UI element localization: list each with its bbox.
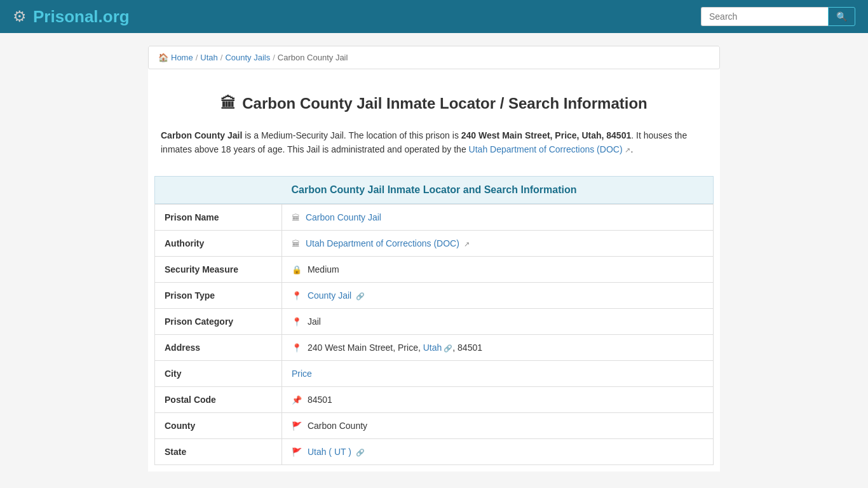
address-icon: 📍 — [292, 343, 302, 353]
state-icon: 🚩 — [292, 447, 302, 457]
table-row: Prison Name 🏛 Carbon County Jail — [155, 204, 714, 230]
breadcrumb-current: Carbon County Jail — [278, 53, 348, 62]
search-input[interactable] — [701, 7, 828, 26]
row-value-address: 📍 240 West Main Street, Price, Utah🔗, 84… — [282, 334, 714, 360]
breadcrumb-bar: 🏠 Home / Utah / County Jails / Carbon Co… — [148, 46, 720, 69]
prison-category-value: Jail — [308, 316, 321, 327]
address-bold: 240 West Main Street, Price, Utah, 84501 — [461, 130, 631, 140]
search-icon: 🔍 — [836, 11, 847, 22]
row-label-state: State — [155, 438, 282, 464]
description: Carbon County Jail is a Medium-Security … — [148, 119, 720, 170]
row-label-prison-category: Prison Category — [155, 308, 282, 334]
main-content: 🏠 Home / Utah / County Jails / Carbon Co… — [148, 46, 720, 471]
row-value-authority: 🏛 Utah Department of Corrections (DOC) ↗ — [282, 230, 714, 256]
site-header: ⚙ Prisonal.org 🔍 — [0, 0, 868, 33]
info-section: Carbon County Jail Inmate Locator and Se… — [148, 170, 720, 471]
desc-text3: . — [630, 144, 633, 154]
authority-link[interactable]: Utah Department of Corrections (DOC) — [306, 238, 459, 248]
section-header: Carbon County Jail Inmate Locator and Se… — [154, 176, 714, 204]
search-area: 🔍 — [701, 7, 855, 26]
row-value-prison-category: 📍 Jail — [282, 308, 714, 334]
table-row: County 🚩 Carbon County — [155, 412, 714, 438]
prison-type-chain-icon: 🔗 — [356, 292, 365, 300]
jail-name-bold: Carbon County Jail — [161, 130, 242, 140]
breadcrumb-home-link[interactable]: Home — [171, 53, 193, 62]
row-value-county: 🚩 Carbon County — [282, 412, 714, 438]
row-value-state: 🚩 Utah ( UT ) 🔗 — [282, 438, 714, 464]
site-logo[interactable]: ⚙ Prisonal.org — [13, 7, 130, 27]
search-button[interactable]: 🔍 — [828, 7, 855, 26]
row-value-security: 🔒 Medium — [282, 256, 714, 282]
table-row: Prison Type 📍 County Jail 🔗 — [155, 282, 714, 308]
breadcrumb-utah-link[interactable]: Utah — [200, 53, 217, 62]
table-row: State 🚩 Utah ( UT ) 🔗 — [155, 438, 714, 464]
table-row: City Price — [155, 360, 714, 386]
row-label-prison-name: Prison Name — [155, 204, 282, 230]
authority-ext-icon: ↗ — [464, 240, 470, 248]
row-label-county: County — [155, 412, 282, 438]
row-label-security: Security Measure — [155, 256, 282, 282]
security-value: Medium — [308, 264, 339, 274]
row-value-city: Price — [282, 360, 714, 386]
breadcrumb-sep-1: / — [196, 53, 198, 62]
page-title: 🏛 Carbon County Jail Inmate Locator / Se… — [161, 95, 707, 112]
row-label-city: City — [155, 360, 282, 386]
prison-type-icon: 📍 — [292, 291, 302, 301]
table-row: Authority 🏛 Utah Department of Correctio… — [155, 230, 714, 256]
breadcrumb-sep-3: / — [273, 53, 275, 62]
row-label-address: Address — [155, 334, 282, 360]
city-link[interactable]: Price — [292, 369, 312, 379]
address-chain-icon: 🔗 — [444, 344, 452, 352]
prison-type-link[interactable]: County Jail — [308, 290, 351, 301]
info-table: Prison Name 🏛 Carbon County Jail Authori… — [154, 204, 714, 465]
address-text-2: , 84501 — [452, 342, 482, 353]
breadcrumb: 🏠 Home / Utah / County Jails / Carbon Co… — [158, 53, 710, 62]
table-row: Security Measure 🔒 Medium — [155, 256, 714, 282]
prison-name-link[interactable]: Carbon County Jail — [306, 212, 381, 222]
table-row: Postal Code 📌 84501 — [155, 386, 714, 412]
row-value-prison-name: 🏛 Carbon County Jail — [282, 204, 714, 230]
page-title-section: 🏛 Carbon County Jail Inmate Locator / Se… — [148, 82, 720, 119]
county-value: Carbon County — [308, 421, 367, 431]
address-state-link[interactable]: Utah — [423, 342, 442, 353]
row-value-postal-code: 📌 84501 — [282, 386, 714, 412]
postal-code-icon: 📌 — [292, 395, 302, 405]
row-label-postal-code: Postal Code — [155, 386, 282, 412]
prison-name-icon: 🏛 — [292, 213, 300, 222]
row-label-prison-type: Prison Type — [155, 282, 282, 308]
table-row: Prison Category 📍 Jail — [155, 308, 714, 334]
row-label-authority: Authority — [155, 230, 282, 256]
doc-link[interactable]: Utah Department of Corrections (DOC) — [469, 144, 623, 154]
state-link[interactable]: Utah ( UT ) — [308, 447, 351, 457]
logo-icon: ⚙ — [13, 8, 27, 25]
security-icon: 🔒 — [292, 265, 302, 274]
state-chain-icon: 🔗 — [356, 449, 365, 456]
home-icon: 🏠 — [158, 53, 168, 62]
row-value-prison-type: 📍 County Jail 🔗 — [282, 282, 714, 308]
breadcrumb-sep-2: / — [220, 53, 223, 62]
logo-text: Prisonal.org — [33, 7, 130, 27]
desc-text1: is a Medium-Security Jail. The location … — [242, 130, 461, 140]
address-text-1: 240 West Main Street, Price, — [308, 342, 423, 353]
prison-category-icon: 📍 — [292, 317, 302, 327]
postal-code-value: 84501 — [308, 395, 332, 405]
table-row: Address 📍 240 West Main Street, Price, U… — [155, 334, 714, 360]
breadcrumb-county-jails-link[interactable]: County Jails — [225, 53, 270, 62]
title-jail-icon: 🏛 — [220, 95, 236, 112]
authority-icon: 🏛 — [292, 239, 300, 248]
county-icon: 🚩 — [292, 421, 302, 431]
